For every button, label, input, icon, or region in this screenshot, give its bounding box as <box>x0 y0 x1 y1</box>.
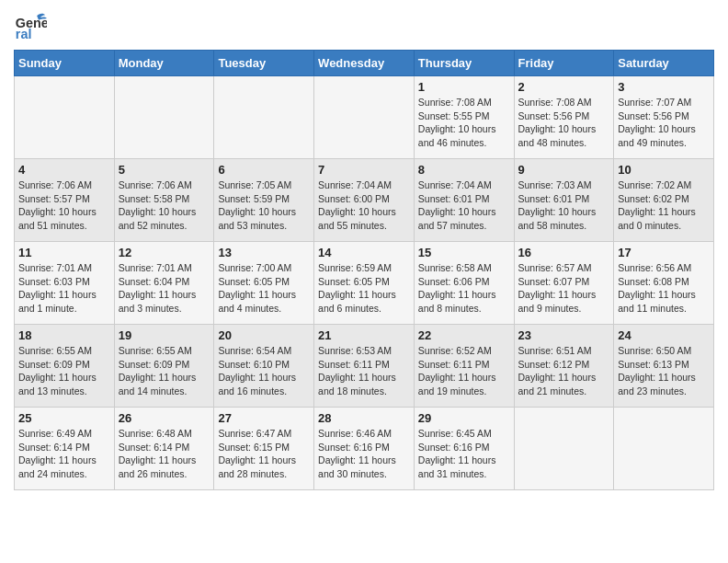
day-number: 14 <box>318 246 410 259</box>
calendar-cell: 3Sunrise: 7:07 AM Sunset: 5:56 PM Daylig… <box>614 76 714 159</box>
day-info: Sunrise: 7:04 AM Sunset: 6:01 PM Dayligh… <box>418 178 510 233</box>
day-number: 23 <box>518 328 610 342</box>
calendar-cell: 8Sunrise: 7:04 AM Sunset: 6:01 PM Daylig… <box>414 159 514 242</box>
day-number: 2 <box>518 80 610 94</box>
day-info: Sunrise: 6:46 AM Sunset: 6:16 PM Dayligh… <box>318 427 410 481</box>
day-number: 22 <box>418 328 510 342</box>
calendar-cell <box>514 408 614 490</box>
calendar-cell: 4Sunrise: 7:06 AM Sunset: 5:57 PM Daylig… <box>15 159 115 242</box>
day-info: Sunrise: 7:08 AM Sunset: 5:55 PM Dayligh… <box>418 96 510 150</box>
day-info: Sunrise: 6:50 AM Sunset: 6:13 PM Dayligh… <box>618 344 710 398</box>
day-info: Sunrise: 6:45 AM Sunset: 6:16 PM Dayligh… <box>418 427 510 481</box>
day-number: 24 <box>618 328 710 342</box>
calendar-cell: 11Sunrise: 7:01 AM Sunset: 6:03 PM Dayli… <box>15 242 115 325</box>
calendar-cell: 14Sunrise: 6:59 AM Sunset: 6:05 PM Dayli… <box>314 242 415 325</box>
day-info: Sunrise: 6:56 AM Sunset: 6:08 PM Dayligh… <box>618 261 710 316</box>
day-info: Sunrise: 6:54 AM Sunset: 6:10 PM Dayligh… <box>218 344 310 398</box>
calendar-cell <box>614 408 714 490</box>
day-info: Sunrise: 7:03 AM Sunset: 6:01 PM Dayligh… <box>518 178 610 233</box>
day-info: Sunrise: 6:53 AM Sunset: 6:11 PM Dayligh… <box>318 344 410 398</box>
day-info: Sunrise: 6:47 AM Sunset: 6:15 PM Dayligh… <box>218 427 310 481</box>
day-number: 13 <box>218 246 310 259</box>
day-number: 29 <box>418 411 510 425</box>
day-info: Sunrise: 7:06 AM Sunset: 5:57 PM Dayligh… <box>18 178 110 233</box>
day-number: 26 <box>119 411 210 425</box>
day-number: 4 <box>18 163 110 177</box>
calendar-cell: 20Sunrise: 6:54 AM Sunset: 6:10 PM Dayli… <box>214 325 314 408</box>
calendar-cell: 17Sunrise: 6:56 AM Sunset: 6:08 PM Dayli… <box>614 242 714 325</box>
calendar-cell <box>214 76 314 159</box>
calendar-cell: 16Sunrise: 6:57 AM Sunset: 6:07 PM Dayli… <box>514 242 614 325</box>
calendar-cell: 29Sunrise: 6:45 AM Sunset: 6:16 PM Dayli… <box>414 408 514 490</box>
calendar-week-4: 18Sunrise: 6:55 AM Sunset: 6:09 PM Dayli… <box>15 325 714 408</box>
day-info: Sunrise: 6:59 AM Sunset: 6:05 PM Dayligh… <box>318 261 410 316</box>
day-info: Sunrise: 7:01 AM Sunset: 6:04 PM Dayligh… <box>119 261 210 316</box>
day-number: 28 <box>318 411 410 425</box>
calendar-cell: 12Sunrise: 7:01 AM Sunset: 6:04 PM Dayli… <box>114 242 214 325</box>
calendar-cell: 21Sunrise: 6:53 AM Sunset: 6:11 PM Dayli… <box>314 325 415 408</box>
day-number: 17 <box>618 246 710 259</box>
weekday-header-saturday: Saturday <box>614 51 714 76</box>
calendar-week-2: 4Sunrise: 7:06 AM Sunset: 5:57 PM Daylig… <box>15 159 714 242</box>
day-info: Sunrise: 7:01 AM Sunset: 6:03 PM Dayligh… <box>18 261 110 316</box>
day-number: 16 <box>518 246 610 259</box>
day-info: Sunrise: 6:48 AM Sunset: 6:14 PM Dayligh… <box>119 427 210 481</box>
day-info: Sunrise: 7:04 AM Sunset: 6:00 PM Dayligh… <box>318 178 410 233</box>
calendar-cell: 6Sunrise: 7:05 AM Sunset: 5:59 PM Daylig… <box>214 159 314 242</box>
day-info: Sunrise: 6:51 AM Sunset: 6:12 PM Dayligh… <box>518 344 610 398</box>
calendar-cell: 26Sunrise: 6:48 AM Sunset: 6:14 PM Dayli… <box>114 408 214 490</box>
day-number: 21 <box>318 328 410 342</box>
day-number: 19 <box>119 328 210 342</box>
header: Gene ral <box>14 9 714 42</box>
weekday-header-sunday: Sunday <box>15 51 115 76</box>
day-info: Sunrise: 7:06 AM Sunset: 5:58 PM Dayligh… <box>119 178 210 233</box>
day-number: 8 <box>418 163 510 177</box>
calendar-week-5: 25Sunrise: 6:49 AM Sunset: 6:14 PM Dayli… <box>15 408 714 490</box>
calendar-cell <box>314 76 415 159</box>
day-info: Sunrise: 7:00 AM Sunset: 6:05 PM Dayligh… <box>218 261 310 316</box>
calendar-cell: 1Sunrise: 7:08 AM Sunset: 5:55 PM Daylig… <box>414 76 514 159</box>
day-info: Sunrise: 6:57 AM Sunset: 6:07 PM Dayligh… <box>518 261 610 316</box>
day-info: Sunrise: 7:02 AM Sunset: 6:02 PM Dayligh… <box>618 178 710 233</box>
day-number: 1 <box>418 80 510 94</box>
logo: Gene ral <box>14 9 51 42</box>
calendar-week-1: 1Sunrise: 7:08 AM Sunset: 5:55 PM Daylig… <box>15 76 714 159</box>
calendar-table: SundayMondayTuesdayWednesdayThursdayFrid… <box>14 50 714 490</box>
logo-icon: Gene ral <box>14 9 47 42</box>
calendar-cell: 18Sunrise: 6:55 AM Sunset: 6:09 PM Dayli… <box>15 325 115 408</box>
calendar-cell: 23Sunrise: 6:51 AM Sunset: 6:12 PM Dayli… <box>514 325 614 408</box>
calendar-cell <box>114 76 214 159</box>
calendar-cell: 19Sunrise: 6:55 AM Sunset: 6:09 PM Dayli… <box>114 325 214 408</box>
calendar-cell: 9Sunrise: 7:03 AM Sunset: 6:01 PM Daylig… <box>514 159 614 242</box>
calendar-cell: 24Sunrise: 6:50 AM Sunset: 6:13 PM Dayli… <box>614 325 714 408</box>
day-info: Sunrise: 7:07 AM Sunset: 5:56 PM Dayligh… <box>618 96 710 150</box>
day-info: Sunrise: 6:52 AM Sunset: 6:11 PM Dayligh… <box>418 344 510 398</box>
day-info: Sunrise: 6:55 AM Sunset: 6:09 PM Dayligh… <box>18 344 110 398</box>
weekday-header-wednesday: Wednesday <box>314 51 415 76</box>
calendar-cell: 28Sunrise: 6:46 AM Sunset: 6:16 PM Dayli… <box>314 408 415 490</box>
day-number: 18 <box>18 328 110 342</box>
calendar-cell: 7Sunrise: 7:04 AM Sunset: 6:00 PM Daylig… <box>314 159 415 242</box>
day-number: 15 <box>418 246 510 259</box>
weekday-header-tuesday: Tuesday <box>214 51 314 76</box>
day-number: 25 <box>18 411 110 425</box>
svg-text:ral: ral <box>16 27 32 41</box>
day-info: Sunrise: 6:58 AM Sunset: 6:06 PM Dayligh… <box>418 261 510 316</box>
day-number: 3 <box>618 80 710 94</box>
calendar-cell: 27Sunrise: 6:47 AM Sunset: 6:15 PM Dayli… <box>214 408 314 490</box>
day-number: 20 <box>218 328 310 342</box>
day-number: 11 <box>18 246 110 259</box>
calendar-cell: 5Sunrise: 7:06 AM Sunset: 5:58 PM Daylig… <box>114 159 214 242</box>
day-number: 27 <box>218 411 310 425</box>
day-number: 12 <box>119 246 210 259</box>
weekday-header-friday: Friday <box>514 51 614 76</box>
weekday-header-monday: Monday <box>114 51 214 76</box>
day-number: 6 <box>218 163 310 177</box>
calendar-cell <box>15 76 115 159</box>
day-number: 5 <box>119 163 210 177</box>
calendar-cell: 22Sunrise: 6:52 AM Sunset: 6:11 PM Dayli… <box>414 325 514 408</box>
calendar-week-3: 11Sunrise: 7:01 AM Sunset: 6:03 PM Dayli… <box>15 242 714 325</box>
day-info: Sunrise: 7:08 AM Sunset: 5:56 PM Dayligh… <box>518 96 610 150</box>
day-info: Sunrise: 7:05 AM Sunset: 5:59 PM Dayligh… <box>218 178 310 233</box>
calendar-cell: 25Sunrise: 6:49 AM Sunset: 6:14 PM Dayli… <box>15 408 115 490</box>
